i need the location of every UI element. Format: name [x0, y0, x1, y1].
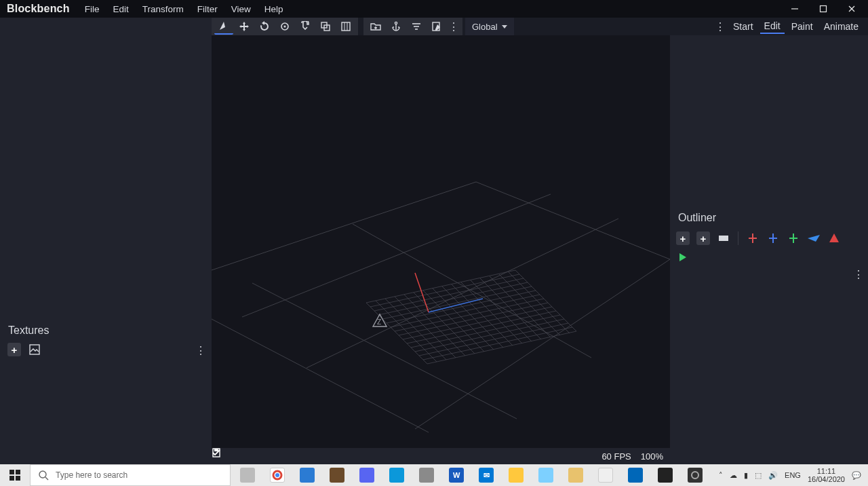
anchor-icon[interactable]: [387, 18, 406, 35]
3d-viewport[interactable]: Z 60 FPS 100%: [212, 35, 670, 464]
toggle-z-icon[interactable]: [786, 231, 801, 246]
create-texture-button[interactable]: [27, 342, 42, 357]
toggle-y-icon[interactable]: [766, 231, 781, 246]
svg-rect-1: [821, 6, 827, 12]
mode-edit[interactable]: Edit: [760, 19, 785, 34]
toolbar-left-spacer: [0, 18, 212, 35]
svg-point-11: [395, 22, 397, 24]
svg-rect-66: [9, 476, 14, 481]
main-area: Textures + ⋮: [0, 35, 868, 464]
outliner-more-icon[interactable]: ⋮: [853, 267, 864, 281]
menu-filter[interactable]: Filter: [192, 3, 223, 16]
mail-icon[interactable]: ✉: [472, 464, 500, 486]
menu-transform[interactable]: Transform: [137, 3, 189, 16]
svg-line-35: [407, 311, 556, 343]
right-panel: Outliner + + ⋮: [670, 35, 868, 464]
tray-lang[interactable]: ENG: [785, 471, 801, 479]
svg-line-45: [404, 295, 465, 356]
obs-icon[interactable]: [681, 464, 709, 486]
svg-line-51: [461, 282, 522, 343]
edge-icon[interactable]: [382, 464, 411, 486]
svg-line-30: [387, 291, 536, 323]
discord-icon[interactable]: [353, 464, 381, 486]
vscode-icon[interactable]: [293, 464, 321, 486]
modes-more-icon[interactable]: ⋮: [714, 18, 726, 35]
svg-line-38: [419, 323, 568, 356]
start-button[interactable]: [0, 464, 30, 486]
app-title: Blockbench: [7, 3, 70, 15]
svg-line-19: [307, 219, 618, 368]
svg-line-43: [385, 299, 446, 360]
tray-notifications-icon[interactable]: 💬: [852, 471, 861, 480]
tray-battery-icon[interactable]: ▮: [744, 471, 748, 480]
transform-space-dropdown[interactable]: Global: [465, 18, 514, 35]
mode-animate[interactable]: Animate: [820, 20, 863, 33]
toggle-export-icon[interactable]: [827, 231, 842, 246]
svg-point-5: [284, 26, 286, 28]
copy-tool-icon[interactable]: [316, 18, 335, 35]
gimp-icon[interactable]: [412, 464, 441, 486]
add-cube-button[interactable]: +: [675, 231, 690, 246]
toolbar-more-icon[interactable]: ⋮: [448, 18, 460, 35]
svg-point-72: [692, 472, 698, 479]
new-folder-icon[interactable]: [366, 18, 385, 35]
toggle-x-icon[interactable]: [745, 231, 760, 246]
tray-wifi-icon[interactable]: ⬚: [755, 471, 762, 480]
taskbar-search[interactable]: Type here to search: [30, 464, 231, 486]
word-icon[interactable]: W: [442, 464, 471, 486]
minimize-button[interactable]: [781, 1, 808, 16]
play-icon[interactable]: [675, 250, 690, 265]
toggle-options-button[interactable]: [716, 231, 731, 246]
vertex-snap-tool-icon[interactable]: [296, 18, 315, 35]
cortana-icon[interactable]: [532, 464, 560, 486]
svg-line-33: [399, 303, 548, 335]
minecraft-icon[interactable]: [323, 464, 351, 486]
textures-panel-header: Textures: [0, 320, 212, 341]
edit-icon[interactable]: [427, 18, 446, 35]
rotate-tool-icon[interactable]: [255, 18, 274, 35]
close-button[interactable]: [838, 1, 865, 16]
import-texture-button[interactable]: +: [7, 342, 22, 357]
tray-up-icon[interactable]: ˄: [719, 471, 723, 480]
menu-view[interactable]: View: [226, 3, 256, 16]
toggle-visibility-icon[interactable]: [806, 231, 821, 246]
resize-tool-icon[interactable]: [235, 18, 254, 35]
textures-more-icon[interactable]: ⋮: [195, 343, 206, 357]
menu-help[interactable]: Help: [259, 3, 289, 16]
plus-box-icon: +: [696, 231, 710, 245]
mixer-icon[interactable]: [651, 464, 679, 486]
uv-tool-icon[interactable]: [336, 18, 355, 35]
mode-paint[interactable]: Paint: [787, 20, 817, 33]
paint-icon[interactable]: [561, 464, 590, 486]
svg-line-47: [423, 291, 484, 352]
maximize-button[interactable]: [810, 1, 837, 16]
windows-taskbar: Type here to search W ✉ ˄ ☁ ▮ ⬚ 🔊 ENG 11…: [0, 464, 868, 486]
task-view-icon[interactable]: [233, 464, 262, 486]
menu-file[interactable]: File: [79, 3, 105, 16]
pivot-tool-icon[interactable]: [275, 18, 294, 35]
svg-line-22: [353, 224, 591, 358]
tray-volume-icon[interactable]: 🔊: [768, 471, 778, 480]
svg-line-36: [411, 315, 560, 348]
svg-rect-8: [342, 22, 350, 31]
svg-line-57: [515, 270, 576, 331]
svg-point-68: [39, 471, 46, 478]
add-group-button[interactable]: +: [696, 231, 711, 246]
viewport-statusbar: 60 FPS 100%: [212, 448, 670, 464]
textures-tools: + ⋮: [0, 341, 212, 358]
status-zoom: 100%: [641, 451, 663, 462]
people-icon[interactable]: [621, 464, 650, 486]
tray-clock[interactable]: 11:11 16/04/2020: [808, 467, 845, 483]
menu-edit[interactable]: Edit: [107, 3, 134, 16]
transform-space-label: Global: [472, 22, 498, 32]
explorer-icon[interactable]: [502, 464, 530, 486]
filter-icon[interactable]: [407, 18, 426, 35]
notes-icon[interactable]: [591, 464, 620, 486]
search-placeholder: Type here to search: [56, 470, 127, 480]
svg-line-44: [395, 297, 456, 358]
plus-box-icon: +: [7, 343, 21, 356]
mode-start[interactable]: Start: [729, 20, 757, 33]
tray-cloud-icon[interactable]: ☁: [730, 471, 737, 480]
move-tool-icon[interactable]: [214, 18, 233, 35]
chrome-icon[interactable]: [263, 464, 292, 486]
